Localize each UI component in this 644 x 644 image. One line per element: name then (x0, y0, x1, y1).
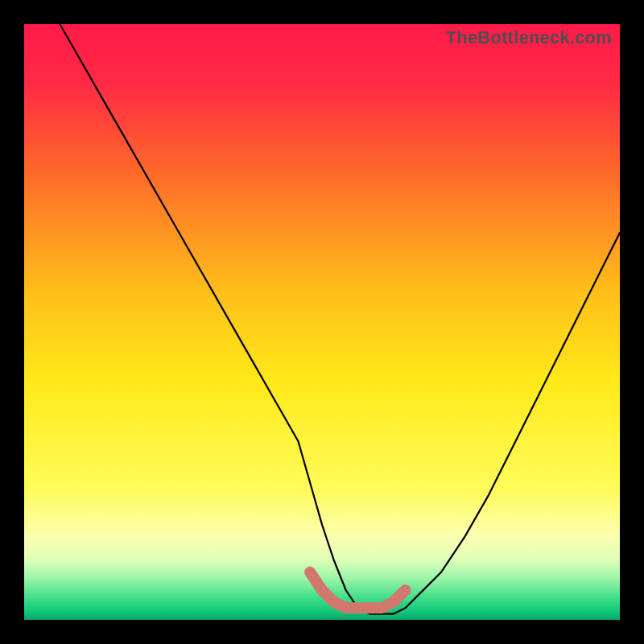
curve-layer (24, 24, 620, 620)
plot-area: TheBottleneck.com (24, 24, 620, 620)
chart-frame: TheBottleneck.com (0, 0, 644, 644)
optimal-range-marker (310, 572, 405, 608)
bottleneck-curve (60, 24, 620, 614)
